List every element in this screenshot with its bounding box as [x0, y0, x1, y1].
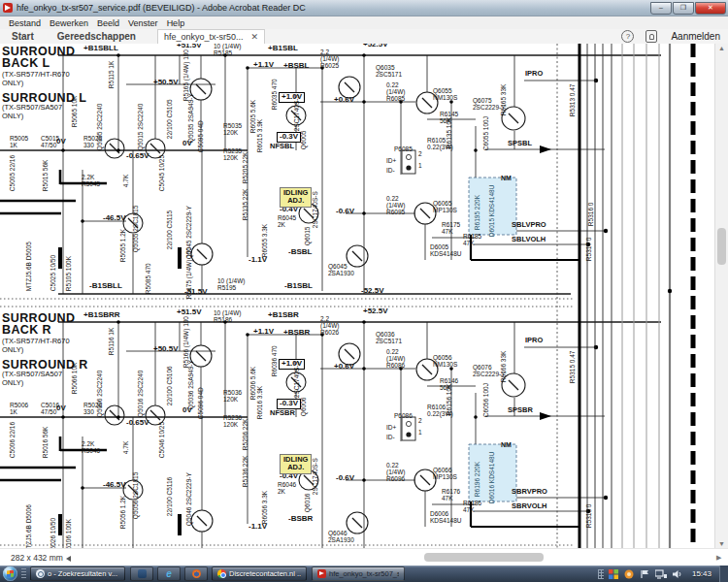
schematic-label: +1.1V: [253, 328, 274, 337]
schematic-label: Q6005: [300, 131, 307, 150]
volume-icon[interactable]: [673, 569, 682, 579]
menu-bewerken[interactable]: Bewerken: [50, 18, 88, 28]
schematic-label: NFSBR: [270, 409, 295, 417]
schematic-label: +0.6V: [334, 96, 354, 105]
menu-bar: Bestand Bewerken Beeld Venster Help: [0, 16, 728, 30]
schematic-label: NFSBL: [270, 143, 294, 150]
taskbar-item-chrome-window[interactable]: Discretecontacten.nl ...: [212, 566, 307, 581]
schematic-label: R6166 33K: [500, 351, 507, 383]
schematic-label: +B1SBR: [268, 311, 299, 320]
taskbar-clock[interactable]: 15:43: [692, 569, 711, 578]
sign-in-link[interactable]: Aanmelden: [671, 31, 720, 42]
schematic-label: +50.5V: [153, 79, 179, 87]
scroll-down-icon[interactable]: ▼: [718, 540, 725, 547]
schematic-label: Q5035 2SA949-Y: [187, 93, 194, 143]
schematic-label: (TX-SR507/SA507: [2, 104, 62, 112]
schematic-label: SPSBL: [508, 140, 532, 147]
scroll-right-icon[interactable]: ▶: [716, 554, 721, 562]
minimize-button[interactable]: –: [650, 2, 672, 15]
schematic-label: ONLY): [2, 379, 23, 387]
windows-update-icon[interactable]: [609, 569, 618, 579]
schematic-label: NM: [501, 441, 512, 449]
schematic-label: R5105 100K: [65, 256, 72, 291]
firefox-icon: [192, 569, 201, 578]
schematic-label: 2SC1740S-S: [312, 191, 318, 228]
schematic-label: R5005 1K: [10, 135, 28, 148]
schematic-label: -BSBR: [288, 515, 313, 524]
tab-bar: Start Gereedschappen hfe_onkyo_tx-sr50..…: [0, 29, 728, 45]
schematic-label: 22/100 C5116: [166, 477, 173, 516]
schematic-label: R5025 330: [83, 135, 102, 148]
schematic-label: Q6015: [304, 227, 311, 246]
taskbar-item-firefox[interactable]: [184, 566, 208, 581]
schematic-label: R5136 22K: [242, 456, 248, 488]
schematic-label: C5005 22/16: [9, 155, 16, 191]
schematic-label: Q6066 MP130S: [433, 467, 457, 480]
schematic-label: +52.5V: [363, 307, 388, 316]
tray-app-icon[interactable]: [624, 569, 634, 579]
help-icon[interactable]: ?: [621, 30, 634, 43]
window-title: hfe_onkyo_tx-sr507_service.pdf (BEVEILIG…: [17, 3, 649, 13]
scroll-up-icon[interactable]: ▲: [718, 45, 725, 51]
schematic-label: D6015 KDS4148U: [488, 185, 495, 237]
schematic-label: R6045 2K: [278, 214, 296, 228]
schematic-label: R5135 22K: [242, 189, 248, 221]
notifications-icon[interactable]: [645, 30, 657, 43]
schematic-label: SBRVPRO: [512, 488, 547, 496]
tab-start[interactable]: Start: [0, 31, 46, 42]
schematic-label: +B1SBLL: [83, 45, 118, 53]
schematic-label: Q5046 2SC2229-Y: [185, 472, 192, 526]
menu-venster[interactable]: Venster: [128, 18, 158, 28]
schematic-label: SPSBR: [508, 406, 533, 414]
maximize-button[interactable]: ❐: [673, 2, 694, 15]
schematic-label: C5026 10/50: [50, 518, 56, 548]
schematic-label: IPRO: [525, 70, 543, 78]
schematic-label: Q6006: [300, 398, 307, 417]
taskbar-item-acrobat-window[interactable]: hfe_onkyo_tx-sr507_s...: [312, 566, 405, 581]
schematic-label: Q6016: [304, 494, 311, 513]
application-window: hfe_onkyo_tx-sr507_service.pdf (BEVEILIG…: [0, 0, 728, 582]
schematic-label: C6056 100J: [482, 383, 489, 417]
schematic-label: +B1SBL: [268, 45, 298, 53]
schematic-label: 22/100 C5106: [166, 366, 173, 405]
schematic-label: IDLING ADJ.: [280, 454, 312, 474]
schematic-label: 1: [418, 429, 422, 436]
schematic-label: -0.65V: [126, 152, 149, 161]
schematic-label: +1.0V: [279, 92, 305, 103]
schematic-label: R6056 3.3K: [261, 491, 268, 524]
pdf-document-canvas[interactable]: SURROUNDBACK L(TX-SR577/HT-R670ONLY)SURR…: [0, 44, 728, 548]
acrobat-icon: [317, 569, 326, 578]
schematic-label: 22/100 C5105: [166, 99, 173, 139]
vertical-scrollbar[interactable]: ▲ ▼: [714, 44, 728, 548]
schematic-label: ID-: [386, 434, 395, 440]
taskbar-item-app[interactable]: [130, 566, 153, 581]
taskbar-item-internet-explorer[interactable]: e: [157, 566, 181, 581]
schematic-label: Q5055 2SC1815: [132, 206, 139, 252]
schematic-label: (TX-SR507/SA507: [2, 371, 62, 378]
schematic-label: +BSBR: [283, 329, 310, 338]
schematic-label: R5115 1K: [108, 61, 115, 88]
close-button[interactable]: ✕: [695, 2, 726, 15]
schematic-label: R6165 33K: [500, 84, 507, 116]
schematic-label: R5065 10K: [71, 96, 78, 128]
network-icon[interactable]: [655, 569, 667, 579]
schematic-label: +50.5V: [153, 345, 179, 354]
schematic-label: Q6036 2SC5171: [376, 331, 402, 344]
schematic-label: (TX-SR577/HT-R670: [2, 338, 70, 345]
menu-beeld[interactable]: Beeld: [97, 18, 119, 28]
tab-document[interactable]: hfe_onkyo_tx-sr50... ✕: [157, 29, 265, 45]
show-desktop-button[interactable]: [719, 566, 728, 582]
schematic-label: R5318 0: [585, 504, 592, 529]
tab-tools[interactable]: Gereedschappen: [46, 31, 148, 42]
taskbar-item-search-results[interactable]: o - Zoekresultaten v...: [30, 566, 125, 581]
schematic-label: Q6046 2SA1930: [328, 530, 354, 543]
menu-help[interactable]: Help: [167, 18, 185, 28]
tab-close-icon[interactable]: ✕: [251, 32, 259, 42]
action-center-flag-icon[interactable]: [640, 569, 649, 579]
schematic-label: R6196 220K: [474, 462, 480, 497]
menu-bestand[interactable]: Bestand: [9, 18, 41, 28]
vertical-scroll-thumb[interactable]: [717, 228, 726, 265]
horizontal-scroll-thumb[interactable]: [424, 553, 544, 562]
schematic-label: R6016 3.9K: [256, 386, 263, 419]
start-button[interactable]: [3, 566, 17, 581]
